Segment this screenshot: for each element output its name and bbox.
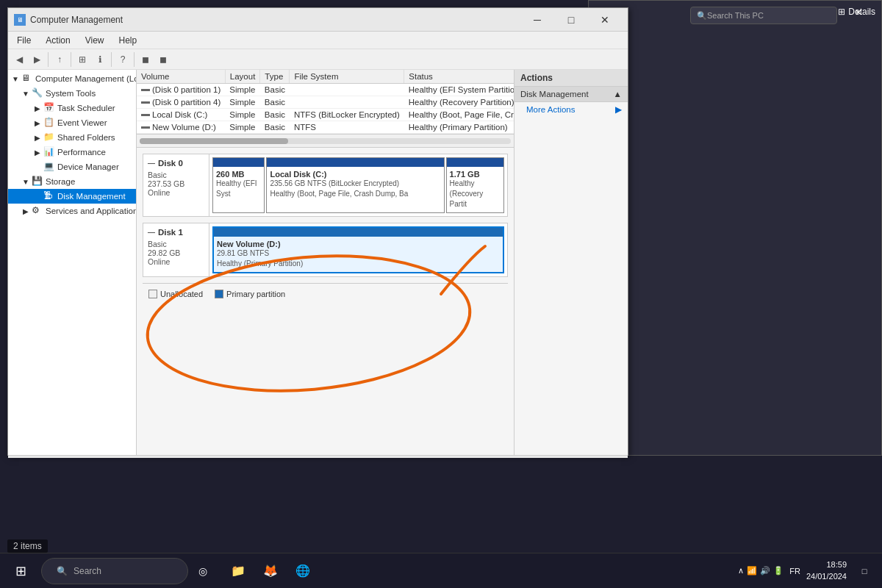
legend-primary-label: Primary partition [226,290,285,298]
toolbar-show-hide-button[interactable]: ⊞ [74,51,90,68]
tree-label-services: Services and Applications [46,207,137,215]
disk1-info: ─ Disk 1 Basic 29.82 GB Online [143,223,209,276]
scrollbar-track[interactable] [140,138,511,144]
tree-item-services[interactable]: ▶ ⚙ Services and Applications [8,204,136,218]
taskbar-files-icon[interactable]: 📁 [223,556,253,586]
tree-item-device-manager[interactable]: ▶ 💻 Device Manager [8,159,136,174]
tree-item-system-tools[interactable]: ▼ 🔧 System Tools [8,86,136,101]
disk0-partition-efi-detail: Healthy (EFI Syst [216,179,261,199]
tree-icon-performance: 📊 [43,146,55,158]
tree-icon-disk-management: 🗜 [43,190,55,202]
volume-cell-type: Basic [260,96,290,109]
cm-titlebar: 🖥 Computer Management ─ □ ✕ [8,8,628,32]
taskbar-notification-button[interactable]: □ [853,556,876,586]
disk0-partition-c[interactable]: Local Disk (C:) 235.56 GB NTFS (BitLocke… [266,157,444,213]
volume-cell-name: New Volume (D:) [137,121,225,134]
volume-row-0[interactable]: (Disk 0 partition 1) Simple Basic Health… [137,84,514,96]
legend-primary: Primary partition [215,290,285,298]
toolbar-properties-button[interactable]: ℹ [92,51,108,68]
status-items-count: 2 items [7,539,48,553]
taskbar-volume-icon[interactable]: 🔊 [760,566,770,576]
toolbar-help-button[interactable]: ? [115,51,131,68]
tree-item-disk-management[interactable]: ▶ 🗜 Disk Management [8,189,136,204]
details-button[interactable]: ⊞ Details [838,7,875,17]
menu-action[interactable]: Action [40,34,76,47]
cm-close-button[interactable]: ✕ [588,8,622,32]
scrollbar-thumb[interactable] [140,138,288,144]
tree-label-device-manager: Device Manager [57,162,119,171]
disk0-partition-c-name: Local Disk (C:) [270,170,440,179]
toolbar-forward-button[interactable]: ▶ [29,51,45,68]
firefox-icon: 🦊 [263,564,278,578]
tree-item-task-scheduler[interactable]: ▶ 📅 Task Scheduler [8,101,136,115]
cm-minimize-button[interactable]: ─ [520,8,554,32]
menu-view[interactable]: View [79,34,110,47]
volume-table-container: Volume Layout Type File System Status (D… [137,70,514,135]
toolbar-extra-button-1[interactable]: ◼ [137,51,154,68]
menu-file[interactable]: File [11,34,37,47]
disk0-partition-efi[interactable]: 260 MB Healthy (EFI Syst [212,157,265,213]
taskbar-edge-icon[interactable]: 🌐 [288,556,318,586]
volume-row-2[interactable]: Local Disk (C:) Simple Basic NTFS (BitLo… [137,109,514,121]
taskbar-network-icon[interactable]: 📶 [747,566,757,576]
volume-cell-filesystem: NTFS [290,121,404,134]
col-header-type: Type [260,70,290,84]
taskbar-search-bar[interactable]: 🔍 Search [41,558,188,584]
disk0-partition-recovery[interactable]: 1.71 GB Healthy (Recovery Partit [446,157,504,213]
taskbar-cortana-icon[interactable]: ◎ [188,556,218,586]
disk0-status: Online [148,188,204,197]
volume-cell-name: (Disk 0 partition 4) [137,96,225,109]
toolbar-back-button[interactable]: ◀ [11,51,27,68]
edge-icon: 🌐 [295,564,310,578]
taskbar-time[interactable]: 18:59 24/01/2024 [806,559,847,582]
taskbar-firefox-icon[interactable]: 🦊 [256,556,285,586]
tree-item-event-viewer[interactable]: ▶ 📋 Event Viewer [8,115,136,130]
computer-icon: 🖥 [17,16,24,24]
start-button[interactable]: ⊞ [6,556,35,586]
tree-label-disk-management: Disk Management [57,192,126,201]
volume-cell-name: Local Disk (C:) [137,109,225,121]
actions-header: Actions [514,70,628,87]
disk0-name: Disk 0 [158,159,183,168]
tree-item-storage[interactable]: ▼ 💾 Storage [8,174,136,189]
cm-window-title: Computer Management [30,15,123,25]
volume-cell-status: Healthy (EFI System Partition) [404,84,514,96]
tree-item-shared-folders[interactable]: ▶ 📁 Shared Folders [8,130,136,145]
actions-more-actions-item[interactable]: More Actions ▶ [514,102,628,117]
cm-title-left: 🖥 Computer Management [14,14,123,26]
col-header-volume: Volume [137,70,225,84]
disk1-status: Online [148,257,204,266]
volume-cell-layout: Simple [225,109,260,121]
taskbar-up-arrow-icon[interactable]: ∧ [738,566,744,576]
taskbar-app-icons: 📁 🦊 🌐 [223,556,318,586]
actions-section-disk-management[interactable]: Disk Management ▲ [514,87,628,102]
actions-section-chevron-icon: ▲ [614,90,622,98]
taskbar-sys-icons: ∧ 📶 🔊 🔋 [738,566,784,576]
tree-item-performance[interactable]: ▶ 📊 Performance [8,145,136,159]
taskbar: ⊞ 🔍 Search ◎ 📁 🦊 🌐 ∧ 📶 [0,553,882,588]
tree-item-root[interactable]: ▼ 🖥 Computer Management (Local) [8,71,136,86]
volume-cell-type: Basic [260,84,290,96]
tree-expand-services: ▶ [20,205,32,217]
disk1-partition-d-detail2: Healthy (Primary Partition) [217,259,500,269]
toolbar-up-button[interactable]: ↑ [51,51,68,68]
tree-expand-system-tools: ▼ [20,87,32,99]
toolbar-extra-button-2[interactable]: ◼ [155,51,171,68]
cm-app-icon: 🖥 [14,14,26,26]
disk1-partition-d[interactable]: New Volume (D:) 29.81 GB NTFS Healthy (P… [212,226,504,273]
taskbar-search-icon: 🔍 [57,566,68,576]
cm-menubar: File Action View Help [8,32,628,49]
taskbar-battery-icon[interactable]: 🔋 [773,566,784,576]
disk0-partition-recovery-header [447,158,503,167]
menu-help[interactable]: Help [113,34,143,47]
disk1-partition-d-detail1: 29.81 GB NTFS [217,248,500,259]
explorer-search-bar[interactable]: 🔍 Search This PC [690,7,837,24]
volume-row-3[interactable]: New Volume (D:) Simple Basic NTFS Health… [137,121,514,134]
cm-maximize-button[interactable]: □ [554,8,588,32]
toolbar-separator-1 [48,52,49,67]
disk0-row: ─ Disk 0 Basic 237.53 GB Online 260 MB [143,154,508,217]
volume-cell-filesystem [290,84,404,96]
windows-icon: ⊞ [15,563,26,579]
volume-row-1[interactable]: (Disk 0 partition 4) Simple Basic Health… [137,96,514,109]
taskbar-language-indicator[interactable]: FR [789,567,800,576]
